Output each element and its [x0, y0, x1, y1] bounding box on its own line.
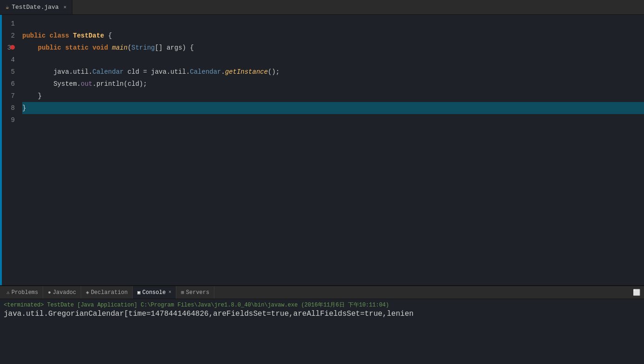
console-output: <terminated> TestDate [Java Application]… — [0, 299, 644, 364]
declaration-label: Declaration — [91, 289, 128, 296]
breakpoint-dot — [10, 45, 15, 50]
line-indicator — [0, 15, 2, 285]
code-line-5: java.util.Calendar cld = java.util.Calen… — [22, 66, 644, 78]
java-file-icon: ☕ — [6, 4, 9, 11]
code-line-6: System.out.println(cld); — [22, 78, 644, 90]
panel-controls: ⬜ — [633, 289, 644, 296]
servers-icon: ⊞ — [181, 289, 184, 295]
tab-console[interactable]: ▣ Console × — [133, 286, 176, 299]
line-num-4: 4 — [2, 54, 15, 66]
maximize-icon[interactable]: ⬜ — [633, 289, 640, 296]
problems-icon: ⚠ — [6, 289, 10, 295]
code-line-8: } — [22, 102, 644, 114]
bottom-tab-bar: ⚠ Problems ● Javadoc ◈ Declaration ▣ Con… — [0, 286, 644, 299]
line-num-6: 6 — [2, 78, 15, 90]
console-icon: ▣ — [137, 289, 141, 295]
line-num-8: 8 — [2, 102, 15, 114]
code-line-1 — [22, 18, 644, 30]
console-terminated-line: <terminated> TestDate [Java Application]… — [4, 301, 640, 309]
code-line-2: public class TestDate { — [22, 30, 644, 42]
console-close-button[interactable]: × — [168, 290, 171, 295]
console-label: Console — [142, 289, 166, 296]
tab-javadoc[interactable]: ● Javadoc — [43, 286, 81, 299]
editor-area: 1 2 3 4 5 6 7 8 9 public class TestDate … — [0, 15, 644, 285]
line-numbers: 1 2 3 4 5 6 7 8 9 — [0, 15, 19, 285]
code-line-7: } — [22, 90, 644, 102]
line-num-7: 7 — [2, 90, 15, 102]
code-content[interactable]: public class TestDate { public static vo… — [19, 15, 644, 285]
javadoc-icon: ● — [48, 290, 51, 295]
console-result-line: java.util.GregorianCalendar[time=1478441… — [4, 310, 640, 318]
line-num-9: 9 — [2, 114, 15, 126]
tab-problems[interactable]: ⚠ Problems — [2, 286, 43, 299]
code-line-9 — [22, 114, 644, 126]
editor-tab[interactable]: ☕ TestDate.java × — [0, 0, 72, 14]
problems-label: Problems — [12, 289, 39, 296]
code-line-3: public static void main(String[] args) { — [22, 42, 644, 54]
tab-bar: ☕ TestDate.java × — [0, 0, 644, 15]
line-num-2: 2 — [2, 30, 15, 42]
line-num-3: 3 — [2, 42, 15, 54]
bottom-panel: ⚠ Problems ● Javadoc ◈ Declaration ▣ Con… — [0, 285, 644, 364]
servers-label: Servers — [186, 289, 209, 296]
tab-declaration[interactable]: ◈ Declaration — [81, 286, 133, 299]
tab-filename: TestDate.java — [12, 4, 58, 11]
declaration-icon: ◈ — [86, 289, 89, 295]
tab-close-button[interactable]: × — [64, 5, 67, 10]
line-num-5: 5 — [2, 66, 15, 78]
javadoc-label: Javadoc — [53, 289, 76, 296]
tab-servers[interactable]: ⊞ Servers — [176, 286, 214, 299]
line-num-1: 1 — [2, 18, 15, 30]
code-line-4 — [22, 54, 644, 66]
